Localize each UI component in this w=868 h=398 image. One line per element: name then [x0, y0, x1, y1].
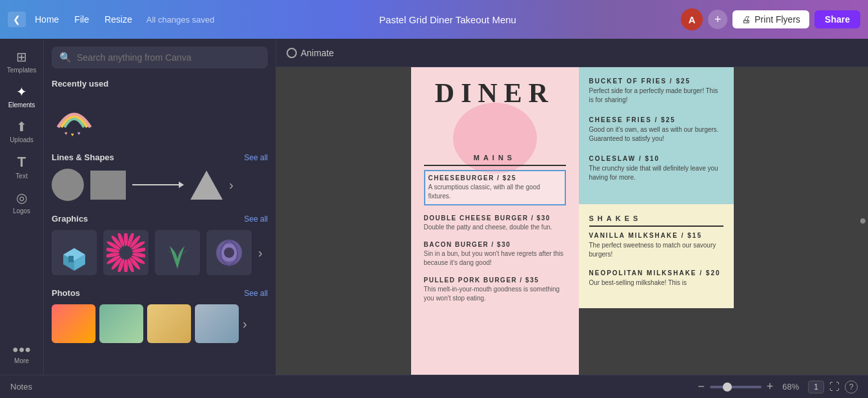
- shapes-row: ›: [52, 169, 268, 201]
- zoom-in-button[interactable]: +: [767, 380, 774, 393]
- sidebar-item-text[interactable]: T Text: [3, 150, 41, 183]
- photos-see-all[interactable]: See all: [244, 289, 268, 298]
- zoom-out-button[interactable]: −: [698, 380, 705, 393]
- shakes-section: SHAKES VANILLA MILKSHAKE / $15 The perfe…: [579, 204, 734, 308]
- recently-used-header: Recently used: [52, 79, 268, 89]
- graphic-shell[interactable]: [207, 230, 252, 275]
- menu-item-cheeseburger[interactable]: CHEESEBURGER / $25 A scrumptious classic…: [424, 170, 566, 205]
- sidebar-label-elements: Elements: [8, 101, 35, 109]
- right-item-fries: BUCKET OF FRIES / $25 Perfect side for a…: [589, 78, 723, 105]
- graphic-sunburst[interactable]: [103, 230, 148, 275]
- print-flyers-button[interactable]: 🖨 Print Flyers: [732, 10, 809, 28]
- shakes-label: SHAKES: [589, 215, 723, 227]
- elements-icon: ✦: [16, 84, 27, 100]
- resize-nav-button[interactable]: Resize: [98, 12, 139, 27]
- cheeseburger-name: CHEESEBURGER / $25: [429, 174, 561, 182]
- help-button[interactable]: ?: [845, 381, 858, 393]
- right-item-cheese-fries: CHEESE FRIES / $25 Good on it's own, as …: [589, 116, 723, 143]
- svg-text:♥: ♥: [77, 131, 81, 136]
- sidebar-item-logos[interactable]: ◎ Logos: [3, 186, 41, 218]
- coleslaw-name: COLESLAW / $10: [589, 155, 723, 162]
- bottom-bar: Notes − + 68% 1 ⛶ ?: [0, 375, 868, 398]
- scroll-indicator: [860, 218, 865, 224]
- page-button[interactable]: 1: [808, 381, 824, 393]
- svg-rect-6: [68, 256, 74, 262]
- photo-item-3[interactable]: [147, 304, 191, 343]
- topbar-right: A + 🖨 Print Flyers Share: [681, 8, 860, 30]
- recently-used-items: ♥ ♥ ♥: [52, 95, 268, 140]
- graphics-section: Graphics See all: [52, 214, 268, 275]
- photo-item-2[interactable]: [99, 304, 143, 343]
- home-nav-button[interactable]: Home: [28, 12, 65, 27]
- menu-item-pulled-pork[interactable]: PULLED PORK BURGER / $35 This melt-in-yo…: [424, 277, 566, 303]
- photos-row: ›: [52, 304, 268, 343]
- sidebar-item-more[interactable]: ●●● More: [3, 340, 41, 368]
- file-nav-button[interactable]: File: [68, 12, 96, 27]
- triangle-shape[interactable]: [190, 171, 223, 200]
- sidebar-item-uploads[interactable]: ⬆ Uploads: [3, 115, 41, 147]
- more-graphics-button[interactable]: ›: [258, 246, 263, 260]
- sidebar-label-logos: Logos: [13, 207, 30, 215]
- sidebar-item-elements[interactable]: ✦ Elements: [3, 80, 41, 112]
- sidebar-label-uploads: Uploads: [10, 136, 34, 143]
- canvas-area: Animate DINER MAINS CHEESEBURGER / $25 A…: [276, 39, 868, 375]
- zoom-percentage: 68%: [778, 382, 803, 392]
- sidebar: ⊞ Templates ✦ Elements ⬆ Uploads T Text …: [0, 39, 44, 375]
- neopolitan-name: NEOPOLITAN MILKSHAKE / $20: [589, 269, 723, 277]
- graphics-header: Graphics See all: [52, 214, 268, 224]
- sidebar-item-templates[interactable]: ⊞ Templates: [3, 45, 41, 78]
- photos-header: Photos See all: [52, 288, 268, 298]
- cheeseburger-desc: A scrumptious classic, with all the good…: [429, 183, 561, 201]
- templates-icon: ⊞: [16, 49, 27, 65]
- canvas-wrapper: DINER MAINS CHEESEBURGER / $25 A scrumpt…: [276, 67, 868, 375]
- photo-item-4[interactable]: [195, 304, 239, 343]
- lines-shapes-see-all[interactable]: See all: [244, 153, 268, 162]
- coleslaw-desc: The crunchy side that will definitely le…: [589, 164, 723, 182]
- double-cheese-desc: Double the patty and cheese, double the …: [424, 223, 566, 232]
- bacon-burger-desc: Sin in a bun, but you won't have regrets…: [424, 249, 566, 267]
- rect-shape[interactable]: [90, 171, 126, 200]
- back-button[interactable]: ❮: [8, 12, 26, 27]
- vanilla-name: VANILLA MILKSHAKE / $15: [589, 232, 723, 239]
- arrow-shape[interactable]: [132, 182, 184, 188]
- sidebar-label-text: Text: [15, 173, 27, 180]
- menu-item-bacon-burger[interactable]: BACON BURGER / $30 Sin in a bun, but you…: [424, 241, 566, 267]
- fries-desc: Perfect side for a perfectly made burger…: [589, 87, 723, 105]
- vanilla-desc: The perfect sweetness to match our savou…: [589, 241, 723, 259]
- diner-title: DINER: [424, 78, 566, 109]
- notes-label: Notes: [10, 382, 32, 392]
- graphics-see-all[interactable]: See all: [244, 215, 268, 224]
- animate-button[interactable]: Animate: [287, 48, 334, 58]
- more-photos-button[interactable]: ›: [243, 304, 247, 343]
- recently-used-title: Recently used: [52, 79, 108, 89]
- graphic-building[interactable]: [52, 230, 97, 275]
- svg-point-7: [124, 233, 128, 246]
- more-icon: ●●●: [12, 344, 31, 355]
- topbar-left: ❮ Home File Resize All changes saved: [8, 12, 214, 27]
- rainbow-graphic[interactable]: ♥ ♥ ♥: [52, 95, 97, 137]
- more-shapes-button[interactable]: ›: [229, 178, 234, 193]
- print-label: Print Flyers: [754, 14, 800, 25]
- search-icon: 🔍: [59, 52, 72, 63]
- menu-item-double-cheese[interactable]: DOUBLE CHEESE BURGER / $30 Double the pa…: [424, 215, 566, 232]
- svg-point-27: [224, 247, 234, 258]
- add-button[interactable]: +: [708, 10, 727, 29]
- logos-icon: ◎: [16, 190, 27, 205]
- graphic-plant[interactable]: [155, 230, 200, 275]
- lines-shapes-title: Lines & Shapes: [52, 152, 114, 162]
- share-button[interactable]: Share: [814, 10, 860, 28]
- photos-section: Photos See all ›: [52, 288, 268, 343]
- expand-button[interactable]: ⛶: [829, 381, 840, 393]
- zoom-slider[interactable]: [710, 386, 762, 388]
- saved-status: All changes saved: [146, 15, 215, 25]
- search-box[interactable]: 🔍: [52, 47, 268, 68]
- circle-shape[interactable]: [52, 169, 84, 201]
- right-item-coleslaw: COLESLAW / $10 The crunchy side that wil…: [589, 155, 723, 182]
- photo-item-1[interactable]: [52, 304, 96, 343]
- uploads-icon: ⬆: [16, 119, 27, 134]
- document-title: Pastel Grid Diner Takeout Menu: [219, 14, 676, 25]
- avatar[interactable]: A: [681, 8, 703, 30]
- cheese-fries-name: CHEESE FRIES / $25: [589, 116, 723, 123]
- animate-circle-icon: [287, 48, 297, 58]
- search-input[interactable]: [77, 52, 260, 63]
